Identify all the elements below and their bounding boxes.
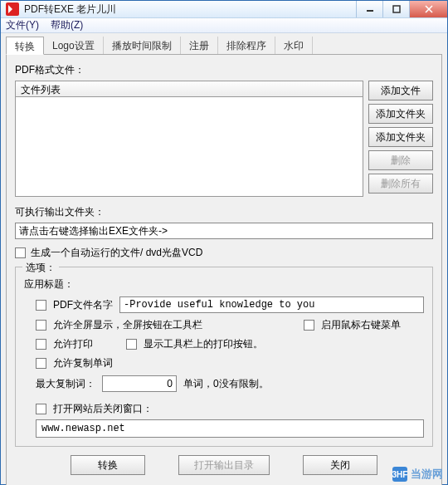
page-watermark: 3HF 当游网 bbox=[392, 467, 443, 482]
close-app-button[interactable]: 关闭 bbox=[303, 455, 377, 475]
options-group-title: 选项： bbox=[22, 261, 59, 275]
show-print-label: 显示工具栏上的打印按钮。 bbox=[144, 337, 263, 351]
autorun-row: 生成一个自动运行的文件/ dvd光盘VCD bbox=[15, 246, 433, 260]
pdf-name-checkbox[interactable] bbox=[36, 300, 46, 311]
rightclick-label: 启用鼠标右键菜单 bbox=[321, 318, 401, 332]
closeafter-row: 打开网站后关闭窗口： bbox=[36, 402, 424, 416]
pdf-name-label: PDF文件名字 bbox=[53, 298, 113, 312]
bottom-bar: 转换 打开输出目录 关闭 bbox=[15, 447, 433, 480]
open-output-dir-button[interactable]: 打开输出目录 bbox=[178, 455, 270, 475]
file-side-buttons: 添加文件 添加文件夹 添加文件夹 删除 删除所有 bbox=[368, 81, 433, 197]
file-list-header[interactable]: 文件列表 bbox=[15, 81, 363, 97]
tabstrip: 转换 Logo设置 播放时间限制 注册 排除程序 水印 bbox=[6, 37, 442, 55]
app-title-label: 应用标题： bbox=[24, 277, 74, 291]
copy-row: 允许复制单词 bbox=[36, 356, 424, 370]
maxcopy-label: 最大复制词： bbox=[36, 377, 95, 391]
tabpage-convert: PDF格式文件： 文件列表 添加文件 添加文件夹 添加文件夹 删除 删除所有 可… bbox=[6, 55, 442, 485]
add-folder-button-2[interactable]: 添加文件夹 bbox=[368, 127, 433, 147]
file-list-body[interactable] bbox=[15, 97, 363, 197]
tab-register[interactable]: 注册 bbox=[181, 37, 218, 54]
closeafter-checkbox[interactable] bbox=[36, 404, 46, 414]
svg-rect-1 bbox=[393, 6, 400, 12]
autorun-label: 生成一个自动运行的文件/ dvd光盘VCD bbox=[31, 246, 202, 260]
rightclick-checkbox[interactable] bbox=[304, 320, 314, 331]
menu-file[interactable]: 文件(Y) bbox=[6, 18, 39, 32]
app-icon bbox=[6, 2, 19, 16]
file-area: 文件列表 添加文件 添加文件夹 添加文件夹 删除 删除所有 bbox=[15, 81, 433, 197]
add-file-button[interactable]: 添加文件 bbox=[368, 81, 433, 100]
fullscreen-label: 允许全屏显示，全屏按钮在工具栏 bbox=[53, 318, 202, 332]
url-input[interactable]: www.newasp.net bbox=[36, 419, 424, 438]
maximize-button[interactable] bbox=[382, 1, 409, 17]
tab-timelimit[interactable]: 播放时间限制 bbox=[104, 37, 181, 54]
copy-label: 允许复制单词 bbox=[53, 356, 113, 370]
print-checkbox[interactable] bbox=[36, 339, 46, 350]
delete-all-button[interactable]: 删除所有 bbox=[368, 174, 433, 194]
fullscreen-row: 允许全屏显示，全屏按钮在工具栏 启用鼠标右键菜单 bbox=[36, 318, 424, 332]
watermark-logo-icon: 3HF bbox=[392, 467, 407, 482]
client-area: 转换 Logo设置 播放时间限制 注册 排除程序 水印 PDF格式文件： 文件列… bbox=[1, 33, 447, 485]
titlebar: PDF转EXE 老片儿川 bbox=[1, 1, 447, 18]
close-button[interactable] bbox=[409, 1, 447, 17]
output-folder-input[interactable] bbox=[15, 223, 433, 239]
convert-button[interactable]: 转换 bbox=[71, 455, 145, 475]
watermark-text: 当游网 bbox=[411, 467, 443, 482]
maxcopy-row: 最大复制词： 单词，0没有限制。 bbox=[36, 375, 424, 392]
file-list: 文件列表 bbox=[15, 81, 363, 197]
print-label: 允许打印 bbox=[53, 337, 93, 351]
show-print-checkbox[interactable] bbox=[126, 339, 137, 350]
maxcopy-input[interactable] bbox=[102, 375, 177, 392]
delete-button[interactable]: 删除 bbox=[368, 150, 433, 170]
tab-logo[interactable]: Logo设置 bbox=[44, 37, 104, 54]
pdf-name-row: PDF文件名字 bbox=[36, 296, 424, 313]
maxcopy-suffix: 单词，0没有限制。 bbox=[183, 377, 269, 391]
minimize-button[interactable] bbox=[356, 1, 382, 17]
pdf-name-input[interactable] bbox=[119, 296, 424, 313]
app-window: PDF转EXE 老片儿川 文件(Y) 帮助(Z) 转换 Logo设置 播放时间限… bbox=[0, 0, 448, 485]
print-row: 允许打印 显示工具栏上的打印按钮。 bbox=[36, 337, 424, 351]
window-title: PDF转EXE 老片儿川 bbox=[24, 2, 356, 17]
app-title-row: 应用标题： bbox=[24, 277, 424, 291]
tab-convert[interactable]: 转换 bbox=[6, 37, 44, 55]
fullscreen-checkbox[interactable] bbox=[36, 320, 46, 331]
add-folder-button-1[interactable]: 添加文件夹 bbox=[368, 104, 433, 124]
menubar: 文件(Y) 帮助(Z) bbox=[1, 18, 447, 33]
output-label: 可执行输出文件夹： bbox=[15, 205, 433, 219]
pdf-section-label: PDF格式文件： bbox=[15, 63, 433, 77]
tab-exclude[interactable]: 排除程序 bbox=[218, 37, 275, 54]
tab-watermark[interactable]: 水印 bbox=[275, 37, 313, 54]
copy-checkbox[interactable] bbox=[36, 358, 46, 369]
window-buttons bbox=[356, 1, 447, 17]
menu-help[interactable]: 帮助(Z) bbox=[51, 18, 83, 32]
closeafter-label: 打开网站后关闭窗口： bbox=[53, 402, 153, 416]
options-group: 选项： 应用标题： PDF文件名字 允许全屏显示，全屏按钮在工具栏 启用鼠标右键… bbox=[15, 267, 433, 447]
autorun-checkbox[interactable] bbox=[15, 247, 26, 258]
